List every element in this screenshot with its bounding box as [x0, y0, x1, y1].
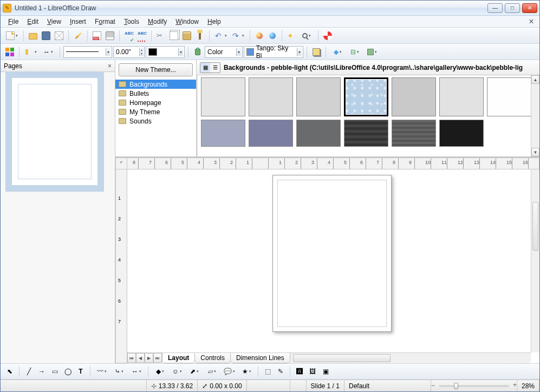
menu-insert[interactable]: Insert: [66, 17, 90, 27]
theme-list[interactable]: Backgrounds Bullets Homepage My Theme So…: [115, 80, 196, 156]
menu-modify[interactable]: Modify: [144, 17, 171, 27]
drawing-canvas[interactable]: ⏮ ◀ ▶ ⏭ Layout Controls Dimension Lines: [127, 169, 539, 363]
gallery-grid[interactable]: ▲ ▼: [197, 75, 539, 156]
autospell-button[interactable]: ABC: [136, 30, 148, 42]
chart-button[interactable]: [253, 30, 265, 42]
new-theme-button[interactable]: New Theme...: [119, 63, 193, 76]
from-file-tool[interactable]: 🖼: [307, 365, 318, 377]
export-pdf-button[interactable]: [91, 30, 103, 42]
horizontal-ruler[interactable]: 8765432112345678910111213141516: [127, 158, 539, 169]
texture-tile[interactable]: [487, 77, 531, 116]
texture-tile[interactable]: [201, 120, 245, 147]
line-tool[interactable]: ╱: [23, 365, 35, 377]
glue-points-button[interactable]: [23, 46, 39, 58]
paste-button[interactable]: [181, 30, 193, 42]
select-tool[interactable]: ⬉: [4, 365, 16, 377]
last-tab-icon[interactable]: ⏭: [153, 353, 162, 363]
text-tool[interactable]: T: [75, 365, 87, 377]
texture-tile[interactable]: [249, 120, 293, 147]
first-tab-icon[interactable]: ⏮: [127, 353, 136, 363]
maximize-button[interactable]: □: [505, 3, 520, 13]
menu-edit[interactable]: Edit: [23, 17, 43, 27]
edit-button[interactable]: [72, 30, 84, 42]
zoom-slider[interactable]: [431, 380, 517, 391]
menu-view[interactable]: View: [43, 17, 66, 27]
line-width-spinner[interactable]: 0.00": [113, 46, 145, 58]
texture-tile[interactable]: [249, 77, 293, 116]
grid-toggle-button[interactable]: [4, 46, 16, 58]
connectors-tool[interactable]: ⤷: [111, 365, 127, 377]
horizontal-scrollbar[interactable]: [293, 353, 531, 363]
shadow-button[interactable]: [310, 46, 322, 58]
undo-button[interactable]: [213, 30, 229, 42]
zoom-value[interactable]: 28%: [517, 380, 539, 391]
arrange-button[interactable]: [364, 46, 380, 58]
gallery-scrollbar[interactable]: ▲ ▼: [531, 75, 539, 156]
menu-format[interactable]: Format: [90, 17, 120, 27]
close-button[interactable]: ✕: [522, 3, 537, 13]
tab-layout[interactable]: Layout: [162, 353, 195, 363]
lines-arrows-tool[interactable]: ↔: [128, 365, 145, 377]
open-button[interactable]: [27, 30, 39, 42]
list-view-icon[interactable]: ☰: [210, 63, 220, 73]
crop-button[interactable]: ◆: [329, 46, 346, 58]
area-fill-button[interactable]: [192, 46, 204, 58]
rect-tool[interactable]: ▭: [49, 365, 61, 377]
theme-item-mytheme[interactable]: My Theme: [115, 107, 196, 116]
menu-help[interactable]: Help: [203, 17, 225, 27]
theme-item-homepage[interactable]: Homepage: [115, 98, 196, 107]
theme-item-backgrounds[interactable]: Backgrounds: [115, 80, 196, 89]
next-tab-icon[interactable]: ▶: [145, 353, 153, 363]
copy-button[interactable]: [168, 30, 180, 42]
new-doc-button[interactable]: [4, 30, 20, 42]
help-button[interactable]: [322, 30, 334, 42]
pages-panel-close-icon[interactable]: ×: [108, 62, 112, 70]
texture-tile[interactable]: [296, 77, 341, 116]
points-tool[interactable]: ⬚: [262, 365, 274, 377]
basic-shapes-tool[interactable]: ◆: [152, 365, 168, 377]
callouts-tool[interactable]: 💬: [221, 365, 237, 377]
icon-view-icon[interactable]: ▦: [200, 63, 210, 73]
save-button[interactable]: [40, 30, 52, 42]
texture-tile[interactable]: [392, 77, 436, 116]
block-arrows-tool[interactable]: ⬈: [186, 365, 203, 377]
format-paintbrush-button[interactable]: [194, 30, 206, 42]
email-button[interactable]: [53, 30, 65, 42]
tab-controls[interactable]: Controls: [194, 353, 231, 363]
vertical-ruler[interactable]: 1234567: [115, 169, 127, 363]
prev-tab-icon[interactable]: ◀: [136, 353, 145, 363]
arrow-tool[interactable]: →: [36, 365, 48, 377]
curves-tool[interactable]: 〰: [94, 365, 110, 377]
fill-mode-combo[interactable]: Color: [205, 46, 243, 58]
texture-tile[interactable]: [296, 120, 341, 147]
texture-tile[interactable]: [201, 77, 245, 116]
zoom-button[interactable]: [298, 30, 315, 42]
gallery-view-toggle[interactable]: ▦ ☰: [200, 62, 220, 73]
flowcharts-tool[interactable]: ▱: [204, 365, 220, 377]
texture-tile[interactable]: [344, 120, 388, 147]
scroll-down-icon[interactable]: ▼: [531, 148, 539, 156]
menu-tools[interactable]: Tools: [120, 17, 144, 27]
cut-button[interactable]: [155, 30, 167, 42]
texture-tile[interactable]: [439, 77, 484, 116]
ellipse-tool[interactable]: ◯: [62, 365, 74, 377]
page[interactable]: [272, 175, 392, 332]
line-color-combo[interactable]: [146, 46, 185, 58]
line-style-combo[interactable]: [63, 46, 112, 58]
align-button[interactable]: ⊟: [347, 46, 363, 58]
vertical-scrollbar[interactable]: [531, 169, 539, 352]
close-document-icon[interactable]: ×: [526, 17, 536, 27]
fill-value-combo[interactable]: Tango: Sky Bl: [244, 46, 303, 58]
fontwork-tool[interactable]: 🅰: [294, 365, 305, 377]
spellcheck-button[interactable]: ABC: [123, 30, 135, 42]
theme-item-bullets[interactable]: Bullets: [115, 89, 196, 98]
page-thumbnail[interactable]: 1: [6, 77, 109, 186]
symbol-shapes-tool[interactable]: ☺: [169, 365, 185, 377]
minimize-button[interactable]: —: [487, 3, 503, 13]
menu-window[interactable]: Window: [171, 17, 203, 27]
extrusion-tool[interactable]: ▣: [320, 365, 331, 377]
navigator-button[interactable]: [285, 30, 297, 42]
tab-nav-buttons[interactable]: ⏮ ◀ ▶ ⏭: [127, 353, 162, 363]
stars-tool[interactable]: ★: [238, 365, 255, 377]
texture-tile[interactable]: [392, 120, 436, 147]
